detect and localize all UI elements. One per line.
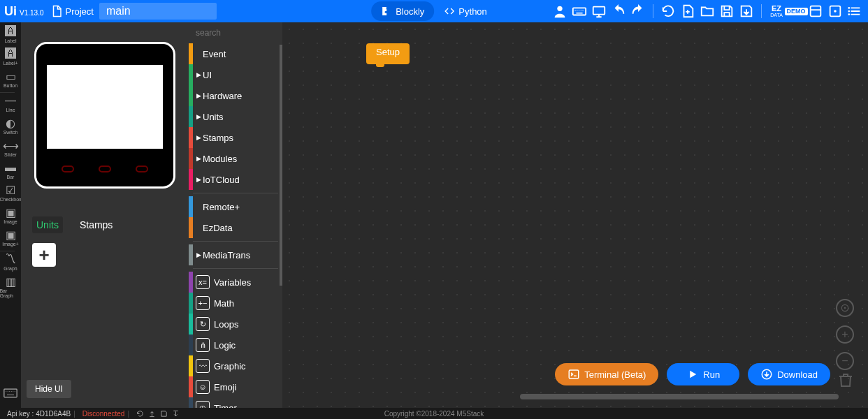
tool-label: Button <box>3 83 17 88</box>
redo-icon[interactable] <box>630 3 646 19</box>
undo-icon[interactable] <box>611 3 626 19</box>
category-iotcloud[interactable]: ▶IoTCloud <box>189 169 282 190</box>
upload-small-icon[interactable] <box>148 410 156 418</box>
category-hardware[interactable]: ▶Hardware <box>189 85 282 106</box>
tab-units[interactable]: Units <box>32 216 63 233</box>
category-timer[interactable]: ◷Timer <box>189 397 282 408</box>
tab-stamps[interactable]: Stamps <box>75 216 117 233</box>
toolbox-checkbox[interactable]: ☑Checkbox <box>0 184 22 202</box>
category-icon: +− <box>196 296 210 310</box>
category-mediatrans[interactable]: ▶MediaTrans <box>189 244 282 265</box>
device-preview[interactable] <box>34 42 175 189</box>
category-graphic[interactable]: 〰Graphic <box>189 355 282 376</box>
category-ezdata[interactable]: EzData <box>189 217 282 238</box>
menu-icon[interactable] <box>847 3 862 19</box>
tool-label: Bar Graph <box>0 288 22 298</box>
run-button[interactable]: Run <box>667 363 739 385</box>
device-button-c[interactable] <box>136 166 148 172</box>
tool-icon: ▣ <box>4 206 17 219</box>
tool-icon: ▭ <box>4 70 17 82</box>
version-label: V1.13.0 <box>20 9 43 17</box>
category-units[interactable]: ▶Units <box>189 106 282 127</box>
horizontal-scrollbar[interactable] <box>520 394 839 399</box>
category-modules[interactable]: ▶Modules <box>189 148 282 169</box>
save-icon[interactable] <box>719 3 735 19</box>
open-icon[interactable] <box>700 3 715 19</box>
device-icon[interactable] <box>591 3 607 19</box>
category-label: Units <box>203 112 224 122</box>
toolbox-label-plus[interactable]: 🅰Label+ <box>0 47 22 66</box>
download-small-icon[interactable] <box>172 410 180 418</box>
python-tab[interactable]: Python <box>434 1 496 21</box>
terminal-button[interactable]: Terminal (Beta) <box>555 363 658 385</box>
toolbox-line[interactable]: —Line <box>0 94 22 112</box>
refresh-icon[interactable] <box>660 3 676 19</box>
keyboard-icon[interactable] <box>572 3 587 19</box>
copyright: Copyright ©2018-2024 M5Stack <box>384 410 484 418</box>
zoom-out-icon[interactable]: − <box>836 352 854 370</box>
category-emoji[interactable]: ☺Emoji <box>189 376 282 397</box>
keyboard-toggle-icon[interactable] <box>3 388 17 401</box>
expand-icon: ▶ <box>194 113 203 120</box>
blockly-workspace[interactable]: Setup + − Terminal (Beta) Run Download <box>282 22 868 408</box>
toolbox-image[interactable]: ▣Image <box>0 206 22 224</box>
demo-button[interactable]: DEMO <box>788 3 804 19</box>
expand-icon: ▶ <box>194 176 203 183</box>
category-label: Event <box>203 49 226 59</box>
project-label: Project <box>65 6 93 17</box>
save-small-icon[interactable] <box>160 410 168 418</box>
device-screen[interactable] <box>47 65 163 149</box>
settings-icon[interactable] <box>827 3 843 19</box>
toolbox-image-plus[interactable]: ▣Image+ <box>0 228 22 247</box>
search-input[interactable] <box>196 28 282 38</box>
category-label: Loops <box>214 319 238 330</box>
add-unit-button[interactable]: + <box>32 243 56 267</box>
category-remote-plus[interactable]: Remote+ <box>189 196 282 217</box>
user-icon[interactable] <box>552 3 567 19</box>
device-button-a[interactable] <box>62 166 74 172</box>
toolbox-bar[interactable]: ▬Bar <box>0 161 22 179</box>
category-label: Modules <box>203 154 237 164</box>
ui-designer-panel: Units Stamps + Hide UI <box>21 22 189 408</box>
category-variables[interactable]: x=Variables <box>189 272 282 293</box>
trash-icon[interactable] <box>837 372 854 391</box>
device-button-b[interactable] <box>99 166 111 172</box>
tool-label: Label+ <box>3 61 17 66</box>
tool-icon: 🅰 <box>4 47 17 60</box>
category-loops[interactable]: ↻Loops <box>189 314 282 335</box>
toolbox-slider[interactable]: ⟷Slider <box>0 139 22 157</box>
category-math[interactable]: +−Math <box>189 293 282 314</box>
blockly-tab[interactable]: Blockly <box>371 1 434 21</box>
library-icon[interactable] <box>808 3 823 19</box>
filename-input[interactable] <box>99 3 217 20</box>
toolbox-bar graph[interactable]: ▥Bar Graph <box>0 275 22 298</box>
project-button[interactable]: Project <box>50 5 93 17</box>
file-icon <box>50 5 63 17</box>
category-ui[interactable]: ▶UI <box>189 64 282 85</box>
download-button[interactable]: Download <box>748 363 830 385</box>
category-icon: ↻ <box>196 317 210 331</box>
play-icon <box>686 368 699 381</box>
toolbox-label[interactable]: 🅰Label <box>0 25 22 43</box>
category-stamps[interactable]: ▶Stamps <box>189 127 282 148</box>
center-view-icon[interactable] <box>836 299 854 317</box>
toolbox-button[interactable]: ▭Button <box>0 70 22 88</box>
toolbox-switch[interactable]: ◐Switch <box>0 117 22 135</box>
category-event[interactable]: Event <box>189 43 282 64</box>
topbar-actions: EZ DATA DEMO <box>552 3 868 19</box>
tool-icon: ⟷ <box>4 139 17 152</box>
hide-ui-button[interactable]: Hide UI <box>27 380 71 398</box>
new-file-icon[interactable] <box>680 3 695 19</box>
tool-label: Checkbox <box>0 197 22 202</box>
save-as-icon[interactable] <box>739 3 754 19</box>
ezdata-button[interactable]: EZ DATA <box>769 3 784 19</box>
setup-block[interactable]: Setup <box>366 43 410 64</box>
tool-label: Slider <box>4 152 17 157</box>
zoom-in-icon[interactable]: + <box>836 325 854 344</box>
svg-point-8 <box>848 13 850 15</box>
tool-label: Bar <box>7 175 15 179</box>
category-logic[interactable]: ⋔Logic <box>189 335 282 355</box>
refresh-small-icon[interactable] <box>136 410 144 418</box>
toolbox-graph[interactable]: 〽Graph <box>0 253 22 271</box>
status-bar: Api key : 4D1D6A4B | Disconnected | Copy… <box>0 408 868 419</box>
